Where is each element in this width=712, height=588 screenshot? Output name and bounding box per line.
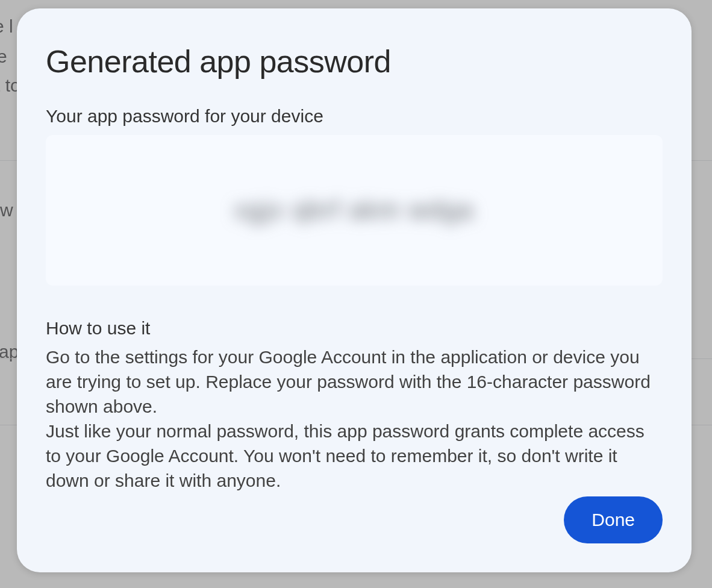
done-button[interactable]: Done bbox=[564, 496, 663, 543]
dialog-title: Generated app password bbox=[46, 43, 663, 80]
dialog-actions: Done bbox=[564, 496, 663, 543]
password-section-label: Your app password for your device bbox=[46, 106, 663, 127]
app-password-display[interactable]: xgjx qbrf akm wdga bbox=[46, 135, 663, 286]
app-password-value: xgjx qbrf akm wdga bbox=[234, 196, 474, 225]
generated-app-password-dialog: Generated app password Your app password… bbox=[17, 8, 692, 572]
howto-title: How to use it bbox=[46, 318, 663, 339]
howto-body: Go to the settings for your Google Accou… bbox=[46, 345, 663, 493]
